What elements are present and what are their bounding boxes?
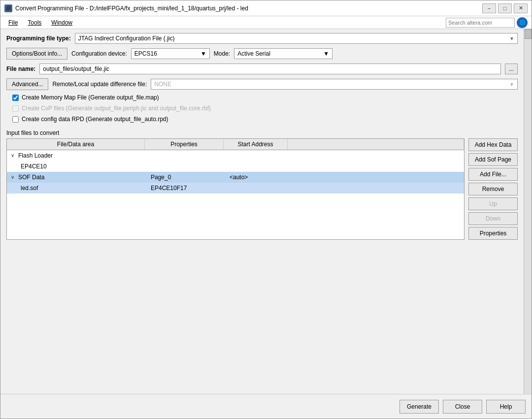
checkbox1-row: Create Memory Map File (Generate output_… (12, 94, 518, 101)
remote-local-arrow: ▼ (509, 82, 514, 87)
table-row[interactable]: ∨ SOF Data Page_0 <auto> (7, 172, 464, 183)
close-dialog-button[interactable]: Close (443, 400, 482, 414)
cell-props-led-sof: EP4CE10F17 (147, 185, 226, 192)
checkbox2 (12, 105, 19, 112)
up-button: Up (468, 197, 518, 210)
cell-props-sof-data: Page_0 (147, 174, 226, 181)
flash-loader-label: Flash Loader (16, 152, 53, 159)
remote-local-dropdown: NONE ▼ (151, 79, 518, 90)
menu-file[interactable]: File (4, 18, 22, 27)
down-button: Down (468, 212, 518, 225)
window-title: Convert Programming File - D:/intelFPGA/… (15, 5, 248, 12)
programming-file-type-dropdown[interactable]: JTAG Indirect Configuration File (.jic) … (75, 33, 518, 44)
app-icon: ⬛ (4, 4, 12, 12)
config-device-label: Configuration device: (71, 50, 127, 57)
mode-value: Active Serial (237, 50, 270, 57)
add-sof-page-button[interactable]: Add Sof Page (468, 153, 518, 166)
remote-local-label: Remote/Local update difference file: (52, 81, 147, 88)
maximize-button[interactable]: □ (498, 3, 512, 13)
led-sof-label: led.sof (19, 185, 38, 192)
bottom-bar: Generate Close Help (0, 394, 532, 419)
table-row[interactable]: led.sof EP4CE10F17 (7, 183, 464, 193)
checkbox3-row: Create config data RPD (Generate output_… (12, 116, 518, 123)
cell-file-led-sof: led.sof (9, 185, 147, 192)
file-name-input[interactable] (39, 64, 501, 74)
programming-file-type-label: Programming file type: (6, 35, 71, 42)
remove-button[interactable]: Remove (468, 183, 518, 195)
menu-bar: File Tools Window 🌐 (0, 16, 532, 29)
checkbox2-row: Create CvP files (Generate output_file.p… (12, 105, 518, 112)
checkbox1-label: Create Memory Map File (Generate output_… (22, 94, 159, 101)
th-properties: Properties (145, 139, 224, 150)
table-header: File/Data area Properties Start Address (7, 139, 464, 150)
checkbox1[interactable] (12, 95, 19, 101)
title-bar: ⬛ Convert Programming File - D:/intelFPG… (0, 0, 532, 16)
cell-file-ep4ce10: EP4CE10 (9, 163, 147, 170)
input-files-title: Input files to convert (6, 129, 518, 136)
add-file-button[interactable]: Add File... (468, 168, 518, 181)
remote-local-value: NONE (154, 81, 509, 88)
cell-start-sof-data: <auto> (226, 174, 290, 181)
menu-items: File Tools Window (4, 18, 76, 27)
globe-icon[interactable]: 🌐 (517, 17, 528, 28)
minimize-button[interactable]: − (482, 3, 496, 13)
mode-dropdown[interactable]: Active Serial ▼ (234, 48, 332, 59)
config-device-row: Options/Boot info... Configuration devic… (6, 48, 518, 60)
th-start-address: Start Address (224, 139, 288, 150)
checkbox3-label: Create config data RPD (Generate output_… (22, 116, 168, 123)
search-area: 🌐 (446, 17, 528, 28)
file-table: File/Data area Properties Start Address … (6, 138, 465, 240)
add-hex-data-button[interactable]: Add Hex Data (468, 138, 518, 151)
th-rest (288, 139, 464, 150)
ep4ce10-label: EP4CE10 (19, 163, 47, 170)
file-name-row: File name: ... (6, 64, 518, 74)
expand-flash-loader[interactable]: ∨ (11, 153, 14, 158)
advanced-row: Advanced... Remote/Local update differen… (6, 78, 518, 90)
cell-file-flash-loader: ∨ Flash Loader (9, 152, 147, 159)
search-input[interactable] (446, 18, 515, 28)
input-files-section: File/Data area Properties Start Address … (6, 138, 518, 240)
cell-file-sof-data: ∨ SOF Data (9, 174, 147, 181)
help-button[interactable]: Help (486, 400, 526, 414)
browse-button[interactable]: ... (505, 64, 518, 74)
menu-window[interactable]: Window (47, 18, 76, 27)
dropdown-arrow-icon: ▼ (509, 36, 514, 41)
menu-tools[interactable]: Tools (24, 18, 45, 27)
close-button[interactable]: ✕ (514, 3, 528, 13)
checkbox2-label: Create CvP files (Generate output_file.p… (22, 105, 211, 112)
programming-file-type-row: Programming file type: JTAG Indirect Con… (6, 33, 518, 44)
scroll-thumb[interactable] (525, 29, 532, 39)
file-name-label: File name: (6, 65, 35, 72)
mode-label: Mode: (214, 50, 230, 57)
table-row[interactable]: EP4CE10 (7, 161, 464, 172)
config-device-dropdown[interactable]: EPCS16 ▼ (131, 48, 210, 59)
mode-arrow: ▼ (323, 50, 329, 57)
properties-button[interactable]: Properties (468, 227, 518, 240)
advanced-button[interactable]: Advanced... (6, 78, 48, 90)
generate-button[interactable]: Generate (399, 400, 439, 414)
config-device-arrow: ▼ (200, 50, 206, 57)
table-row[interactable]: ∨ Flash Loader (7, 150, 464, 161)
expand-sof-data[interactable]: ∨ (11, 174, 14, 180)
config-device-value: EPCS16 (134, 50, 157, 57)
checkbox3[interactable] (12, 116, 19, 123)
table-body: ∨ Flash Loader EP4CE10 (7, 150, 464, 239)
side-buttons: Add Hex Data Add Sof Page Add File... Re… (468, 138, 518, 240)
sof-data-label: SOF Data (16, 174, 44, 181)
window-controls: − □ ✕ (482, 3, 528, 13)
th-file: File/Data area (7, 139, 145, 150)
programming-file-type-value: JTAG Indirect Configuration File (.jic) (78, 35, 509, 42)
options-boot-button[interactable]: Options/Boot info... (6, 48, 67, 60)
scrollbar[interactable] (524, 29, 532, 394)
